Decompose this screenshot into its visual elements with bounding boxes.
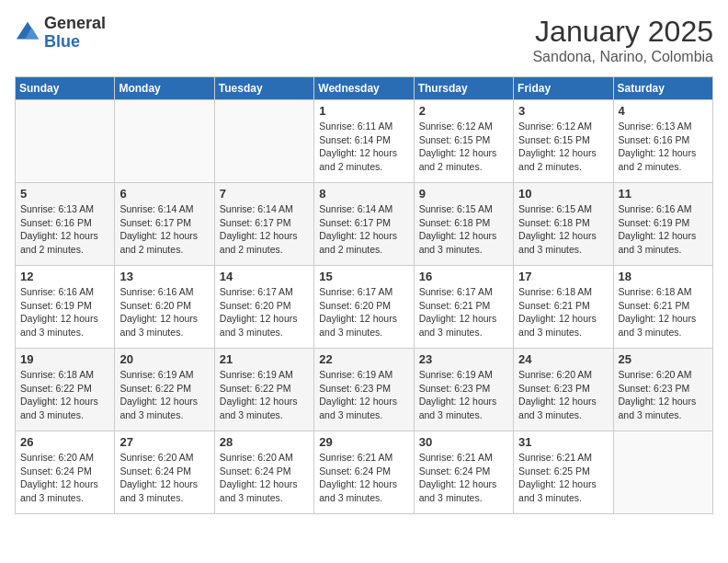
- day-number: 24: [518, 352, 608, 366]
- day-info: Sunrise: 6:21 AMSunset: 6:24 PMDaylight:…: [319, 451, 408, 505]
- table-row: 10 Sunrise: 6:15 AMSunset: 6:18 PMDaylig…: [514, 183, 613, 266]
- table-row: [214, 100, 313, 183]
- day-info: Sunrise: 6:20 AMSunset: 6:23 PMDaylight:…: [619, 368, 708, 422]
- calendar-week-row: 12 Sunrise: 6:16 AMSunset: 6:19 PMDaylig…: [16, 266, 713, 349]
- day-info: Sunrise: 6:15 AMSunset: 6:18 PMDaylight:…: [419, 202, 508, 257]
- day-info: Sunrise: 6:17 AMSunset: 6:20 PMDaylight:…: [220, 285, 309, 339]
- day-info: Sunrise: 6:18 AMSunset: 6:21 PMDaylight:…: [518, 285, 608, 339]
- calendar-week-row: 26 Sunrise: 6:20 AMSunset: 6:24 PMDaylig…: [16, 431, 713, 514]
- day-number: 25: [619, 352, 708, 366]
- day-number: 5: [20, 187, 109, 201]
- day-info: Sunrise: 6:15 AMSunset: 6:18 PMDaylight:…: [518, 202, 608, 257]
- day-number: 23: [419, 352, 508, 366]
- day-info: Sunrise: 6:21 AMSunset: 6:24 PMDaylight:…: [419, 451, 508, 505]
- table-row: 31 Sunrise: 6:21 AMSunset: 6:25 PMDaylig…: [514, 431, 613, 514]
- day-number: 28: [220, 435, 309, 449]
- calendar-week-row: 5 Sunrise: 6:13 AMSunset: 6:16 PMDayligh…: [16, 183, 713, 266]
- table-row: 23 Sunrise: 6:19 AMSunset: 6:23 PMDaylig…: [414, 349, 513, 431]
- day-number: 17: [518, 270, 608, 283]
- day-number: 19: [20, 352, 109, 366]
- day-number: 9: [419, 187, 508, 201]
- day-number: 31: [518, 435, 608, 449]
- logo: General Blue: [15, 15, 106, 52]
- day-number: 21: [220, 352, 309, 366]
- table-row: 30 Sunrise: 6:21 AMSunset: 6:24 PMDaylig…: [414, 431, 513, 514]
- day-number: 6: [119, 187, 209, 201]
- day-number: 22: [319, 352, 408, 366]
- day-info: Sunrise: 6:13 AMSunset: 6:16 PMDaylight:…: [20, 202, 109, 257]
- table-row: 12 Sunrise: 6:16 AMSunset: 6:19 PMDaylig…: [16, 266, 115, 349]
- day-info: Sunrise: 6:19 AMSunset: 6:23 PMDaylight:…: [319, 368, 408, 422]
- day-info: Sunrise: 6:18 AMSunset: 6:22 PMDaylight:…: [20, 368, 109, 422]
- day-info: Sunrise: 6:13 AMSunset: 6:16 PMDaylight:…: [619, 120, 708, 174]
- day-info: Sunrise: 6:17 AMSunset: 6:20 PMDaylight:…: [319, 285, 408, 339]
- day-number: 18: [619, 270, 708, 283]
- table-row: 1 Sunrise: 6:11 AMSunset: 6:14 PMDayligh…: [314, 100, 414, 183]
- day-number: 13: [119, 270, 209, 283]
- table-row: 26 Sunrise: 6:20 AMSunset: 6:24 PMDaylig…: [16, 431, 115, 514]
- title-block: January 2025 Sandona, Narino, Colombia: [532, 15, 713, 65]
- day-info: Sunrise: 6:17 AMSunset: 6:21 PMDaylight:…: [419, 285, 508, 339]
- day-number: 12: [20, 270, 109, 283]
- day-number: 8: [319, 187, 408, 201]
- day-info: Sunrise: 6:20 AMSunset: 6:24 PMDaylight:…: [20, 451, 109, 505]
- day-number: 30: [419, 435, 508, 449]
- day-info: Sunrise: 6:14 AMSunset: 6:17 PMDaylight:…: [319, 202, 408, 257]
- calendar-subtitle: Sandona, Narino, Colombia: [532, 49, 713, 65]
- logo-text: General Blue: [44, 15, 106, 52]
- day-number: 20: [119, 352, 209, 366]
- table-row: 13 Sunrise: 6:16 AMSunset: 6:20 PMDaylig…: [115, 266, 214, 349]
- day-info: Sunrise: 6:20 AMSunset: 6:23 PMDaylight:…: [518, 368, 608, 422]
- table-row: 20 Sunrise: 6:19 AMSunset: 6:22 PMDaylig…: [115, 349, 214, 431]
- table-row: 7 Sunrise: 6:14 AMSunset: 6:17 PMDayligh…: [214, 183, 313, 266]
- day-info: Sunrise: 6:14 AMSunset: 6:17 PMDaylight:…: [220, 202, 309, 257]
- table-row: 28 Sunrise: 6:20 AMSunset: 6:24 PMDaylig…: [214, 431, 313, 514]
- calendar-title: January 2025: [532, 15, 713, 49]
- day-info: Sunrise: 6:16 AMSunset: 6:20 PMDaylight:…: [119, 285, 209, 339]
- day-info: Sunrise: 6:18 AMSunset: 6:21 PMDaylight:…: [619, 285, 708, 339]
- day-info: Sunrise: 6:16 AMSunset: 6:19 PMDaylight:…: [20, 285, 109, 339]
- page-header: General Blue January 2025 Sandona, Narin…: [15, 15, 713, 65]
- day-number: 11: [619, 187, 708, 201]
- calendar-week-row: 19 Sunrise: 6:18 AMSunset: 6:22 PMDaylig…: [16, 349, 713, 431]
- day-info: Sunrise: 6:20 AMSunset: 6:24 PMDaylight:…: [119, 451, 209, 505]
- table-row: 21 Sunrise: 6:19 AMSunset: 6:22 PMDaylig…: [214, 349, 313, 431]
- col-friday: Friday: [514, 77, 613, 100]
- col-thursday: Thursday: [414, 77, 513, 100]
- day-number: 10: [518, 187, 608, 201]
- day-number: 16: [419, 270, 508, 283]
- logo-blue: Blue: [44, 33, 106, 52]
- table-row: 11 Sunrise: 6:16 AMSunset: 6:19 PMDaylig…: [613, 183, 712, 266]
- day-info: Sunrise: 6:19 AMSunset: 6:22 PMDaylight:…: [119, 368, 209, 422]
- table-row: 19 Sunrise: 6:18 AMSunset: 6:22 PMDaylig…: [16, 349, 115, 431]
- table-row: 8 Sunrise: 6:14 AMSunset: 6:17 PMDayligh…: [314, 183, 414, 266]
- calendar-week-row: 1 Sunrise: 6:11 AMSunset: 6:14 PMDayligh…: [16, 100, 713, 183]
- table-row: 16 Sunrise: 6:17 AMSunset: 6:21 PMDaylig…: [414, 266, 513, 349]
- table-row: 15 Sunrise: 6:17 AMSunset: 6:20 PMDaylig…: [314, 266, 414, 349]
- day-info: Sunrise: 6:19 AMSunset: 6:23 PMDaylight:…: [419, 368, 508, 422]
- table-row: 22 Sunrise: 6:19 AMSunset: 6:23 PMDaylig…: [314, 349, 414, 431]
- table-row: 6 Sunrise: 6:14 AMSunset: 6:17 PMDayligh…: [115, 183, 214, 266]
- day-number: 15: [319, 270, 408, 283]
- col-wednesday: Wednesday: [314, 77, 414, 100]
- table-row: 4 Sunrise: 6:13 AMSunset: 6:16 PMDayligh…: [613, 100, 712, 183]
- day-info: Sunrise: 6:11 AMSunset: 6:14 PMDaylight:…: [319, 120, 408, 174]
- table-row: 24 Sunrise: 6:20 AMSunset: 6:23 PMDaylig…: [514, 349, 613, 431]
- table-row: [115, 100, 214, 183]
- day-info: Sunrise: 6:16 AMSunset: 6:19 PMDaylight:…: [619, 202, 708, 257]
- day-number: 26: [20, 435, 109, 449]
- table-row: [16, 100, 115, 183]
- day-info: Sunrise: 6:12 AMSunset: 6:15 PMDaylight:…: [419, 120, 508, 174]
- day-info: Sunrise: 6:19 AMSunset: 6:22 PMDaylight:…: [220, 368, 309, 422]
- day-info: Sunrise: 6:12 AMSunset: 6:15 PMDaylight:…: [518, 120, 608, 174]
- table-row: [613, 431, 712, 514]
- col-sunday: Sunday: [16, 77, 115, 100]
- day-number: 27: [119, 435, 209, 449]
- table-row: 5 Sunrise: 6:13 AMSunset: 6:16 PMDayligh…: [16, 183, 115, 266]
- table-row: 2 Sunrise: 6:12 AMSunset: 6:15 PMDayligh…: [414, 100, 513, 183]
- day-info: Sunrise: 6:14 AMSunset: 6:17 PMDaylight:…: [119, 202, 209, 257]
- col-monday: Monday: [115, 77, 214, 100]
- col-tuesday: Tuesday: [214, 77, 313, 100]
- day-info: Sunrise: 6:21 AMSunset: 6:25 PMDaylight:…: [518, 451, 608, 505]
- day-number: 14: [220, 270, 309, 283]
